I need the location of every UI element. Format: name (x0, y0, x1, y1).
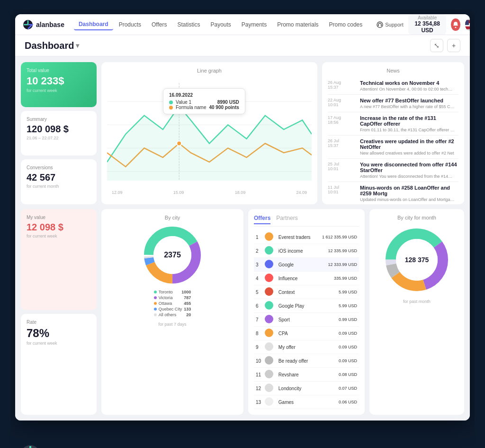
partner-avatar-cell (263, 258, 277, 272)
tab-offers[interactable]: Offers (254, 215, 270, 224)
partner-name-cell: Londoncity (277, 382, 316, 395)
donut-wrapper: 2375 Toronto 1000 Victoria 787 (107, 224, 238, 327)
svg-marker-14 (107, 106, 312, 181)
table-row: 4 Influence 335.99 USD (254, 272, 359, 285)
value1-dot (169, 101, 173, 104)
table-row: 10 Be ready offer 0.09 USD (254, 354, 359, 368)
nav-right: Support Available 12 354,88 USD B (377, 14, 470, 35)
bottom-logo-icon (20, 444, 41, 448)
conversions-card: Conversions 42 567 for current month (21, 159, 97, 204)
tab-partners[interactable]: Partners (276, 215, 297, 224)
support-button[interactable]: Support (377, 21, 404, 28)
partner-name-cell: Games (277, 395, 316, 409)
news-card: News 26 Aug15:37 Technical works on Nove… (322, 62, 464, 204)
nav-payments[interactable]: Payments (237, 19, 271, 30)
top-row: Total value 10 233$ for current week Sum… (21, 62, 464, 204)
quebec-dot (154, 308, 157, 311)
donut-chart: 2375 (142, 224, 203, 286)
main-content: Total value 10 233$ for current week Sum… (15, 56, 470, 421)
nav-statistics[interactable]: Statistics (172, 19, 205, 30)
nav-promo-codes[interactable]: Promo codes (324, 19, 368, 30)
news-item: 11 Jul10:01 Minus-words on #258 LoanOffe… (328, 182, 458, 204)
rank-cell: 3 (254, 258, 263, 272)
partner-value-cell: 335.99 USD (316, 272, 359, 285)
rank-cell: 5 (254, 285, 263, 299)
logo-icon (23, 19, 33, 30)
partner-avatar-cell (263, 382, 277, 395)
bell-icon (452, 21, 459, 28)
by-city-card: By city (101, 209, 243, 415)
value2-dot (169, 106, 173, 110)
svg-rect-7 (465, 26, 470, 29)
nav-promo-materials[interactable]: Promo materials (272, 19, 323, 30)
rank-cell: 4 (254, 272, 263, 285)
legend-victoria: Victoria 787 (154, 295, 191, 300)
partner-avatar-cell (263, 299, 277, 313)
victoria-dot (154, 296, 157, 299)
rank-cell: 8 (254, 327, 263, 340)
partner-name-cell: Google (277, 258, 316, 272)
news-item: 22 Aug10:01 New offer #77 BestOffer laun… (328, 95, 458, 112)
expand-button[interactable]: ⤡ (430, 39, 443, 52)
svg-point-16 (177, 141, 181, 146)
news-item: 26 Aug15:37 Technical works on November … (328, 77, 458, 95)
rank-cell: 2 (254, 244, 263, 258)
dropdown-chevron[interactable]: ▾ (76, 42, 79, 49)
rank-cell: 6 (254, 299, 263, 313)
partner-avatar-cell (263, 313, 277, 327)
table-row: 7 Sport 0.99 USD (254, 313, 359, 327)
nav-offers[interactable]: Offers (147, 19, 171, 30)
partner-avatar-cell (263, 395, 277, 409)
partner-avatar-cell (263, 230, 277, 244)
nav-dashboard[interactable]: Dashboard (74, 19, 113, 30)
page-title: Dashboard ▾ (25, 40, 79, 51)
app-window: alanbase Dashboard Products Offers Stati… (10, 9, 475, 448)
partner-name-cell: Context (277, 285, 316, 299)
partner-value-cell: 0.06 USD (316, 395, 359, 409)
rate-card: Rate 78% for current week (21, 314, 97, 415)
partner-name-cell: Be ready offer (277, 354, 316, 368)
rank-cell: 1 (254, 230, 263, 244)
line-graph-card: Line graph (101, 62, 317, 204)
table-row: 3 Google 12 333.99 USD (254, 258, 359, 272)
top-card: Offers Partners 1 Everest traders 1 612 … (248, 209, 365, 415)
partner-name-cell: Sport (277, 313, 316, 327)
partner-name-cell: Influence (277, 272, 316, 285)
nav-products[interactable]: Products (114, 19, 146, 30)
partner-value-cell: 12 335.99 USD (316, 244, 359, 258)
month-donut-label: 128 375 (405, 256, 429, 264)
month-donut: 128 375 (381, 224, 452, 295)
partner-avatar-cell (263, 327, 277, 340)
left-bottom-stats: My value 12 098 $ for current week Rate … (21, 209, 97, 415)
table-row: 5 Context 5.99 USD (254, 285, 359, 299)
legend-toronto: Toronto 1000 (154, 290, 191, 294)
subheader-actions: ⤡ + (430, 39, 460, 52)
logo: alanbase (23, 19, 64, 30)
table-row: 9 My offer 0.09 USD (254, 340, 359, 354)
news-item: 17 Aug18:56 Increase in the rate of the … (328, 112, 458, 136)
partner-avatar-cell (263, 368, 277, 382)
bottom-row: My value 12 098 $ for current week Rate … (21, 209, 464, 415)
rank-cell: 11 (254, 368, 263, 382)
partner-name-cell: iOS income (277, 244, 316, 258)
partner-value-cell: 0.08 USD (316, 368, 359, 382)
partner-value-cell: 5.99 USD (316, 285, 359, 299)
add-button[interactable]: + (447, 39, 460, 52)
top-table: 1 Everest traders 1 612 335.99 USD 2 iOS… (254, 230, 359, 409)
nav-payouts[interactable]: Payouts (206, 19, 235, 30)
partner-name-cell: CPA (277, 327, 316, 340)
partner-value-cell: 0.07 USD (316, 382, 359, 395)
logo-text: alanbase (36, 21, 64, 28)
table-row: 11 Revshare 0.08 USD (254, 368, 359, 382)
legend-quebec: Quebec City 133 (154, 307, 191, 311)
partner-name-cell: Everest traders (277, 230, 316, 244)
top-tabs: Offers Partners (254, 215, 359, 227)
notification-icon[interactable] (451, 18, 460, 31)
news-item: 26 Jul15:37 Creatives were updated in th… (328, 136, 458, 159)
partner-value-cell: 0.99 USD (316, 313, 359, 327)
city-legend: Toronto 1000 Victoria 787 Ottawa (154, 290, 191, 318)
by-city-month-card: By city for month 128 375 for past month (369, 209, 464, 415)
partner-value-cell: 12 333.99 USD (316, 258, 359, 272)
partner-avatar-cell (263, 285, 277, 299)
summary-card: Summary 120 098 $ 21.06 – 22.07.22 (21, 111, 97, 156)
